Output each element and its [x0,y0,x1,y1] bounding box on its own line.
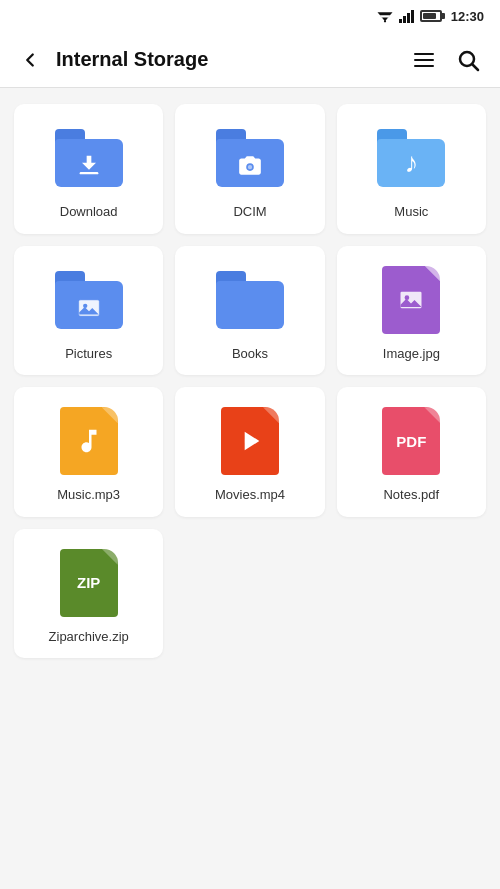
file-music-mp3-label: Music.mp3 [57,487,120,503]
battery-icon [420,10,442,22]
file-grid: Download DCIM [0,88,500,674]
svg-rect-4 [399,19,402,23]
folder-books-label: Books [232,346,268,362]
svg-point-20 [83,303,87,307]
file-movies-mp4-icon [214,405,286,477]
file-image-jpg-icon [375,264,447,336]
file-zip-archive-icon: ZIP [53,547,125,619]
svg-rect-5 [403,16,406,23]
search-button[interactable] [448,40,488,80]
file-zip-archive[interactable]: ZIP Ziparchive.zip [14,529,163,659]
file-movies-mp4[interactable]: Movies.mp4 [175,387,324,517]
file-notes-pdf-label: Notes.pdf [383,487,439,503]
folder-download[interactable]: Download [14,104,163,234]
svg-point-3 [384,20,386,22]
folder-music-label: Music [394,204,428,220]
folder-pictures-label: Pictures [65,346,112,362]
status-time: 12:30 [451,9,484,24]
file-notes-pdf[interactable]: PDF Notes.pdf [337,387,486,517]
svg-point-22 [405,295,410,300]
list-view-button[interactable] [404,40,444,80]
status-bar: 12:30 [0,0,500,32]
folder-books-icon [214,264,286,336]
pdf-label: PDF [396,433,426,450]
svg-point-17 [248,165,252,169]
folder-dcim[interactable]: DCIM [175,104,324,234]
folder-pictures-icon [53,264,125,336]
folder-books[interactable]: Books [175,246,324,376]
file-music-mp3[interactable]: Music.mp3 [14,387,163,517]
folder-music-icon: ♪ [375,122,447,194]
back-button[interactable] [12,42,48,78]
signal-icon [399,9,415,23]
svg-line-13 [473,64,479,70]
file-notes-pdf-icon: PDF [375,405,447,477]
file-music-mp3-icon [53,405,125,477]
folder-download-label: Download [60,204,118,220]
wifi-icon [376,9,394,23]
header-actions [404,40,488,80]
svg-rect-7 [411,10,414,23]
folder-download-icon [53,122,125,194]
file-image-jpg-label: Image.jpg [383,346,440,362]
file-image-jpg[interactable]: Image.jpg [337,246,486,376]
header: Internal Storage [0,32,500,88]
file-movies-mp4-label: Movies.mp4 [215,487,285,503]
svg-rect-6 [407,13,410,23]
page-title: Internal Storage [56,48,404,71]
svg-rect-14 [79,172,98,174]
folder-dcim-icon [214,122,286,194]
folder-music[interactable]: ♪ Music [337,104,486,234]
zip-label: ZIP [77,574,100,591]
folder-dcim-label: DCIM [233,204,266,220]
file-zip-archive-label: Ziparchive.zip [49,629,129,645]
status-icons: 12:30 [376,9,484,24]
folder-pictures[interactable]: Pictures [14,246,163,376]
